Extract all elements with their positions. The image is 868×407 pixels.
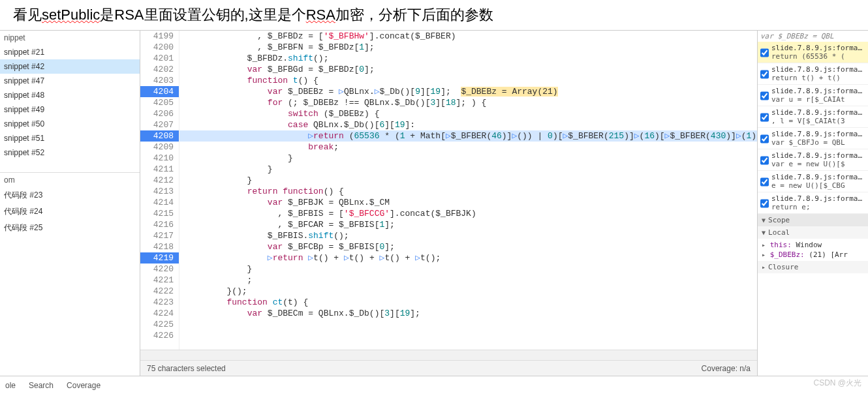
breakpoint-checkbox[interactable] xyxy=(760,196,769,211)
breakpoint-item[interactable]: slide.7.8.9.js:formattevar $_CBFJo = QBL xyxy=(758,128,868,149)
breakpoint-checkbox[interactable] xyxy=(760,174,769,190)
snippet-item[interactable]: 代码段 #25 xyxy=(0,220,140,236)
snippets-panel: nippet snippet #21snippet #42snippet #47… xyxy=(0,31,140,376)
breakpoint-item[interactable]: slide.7.8.9.js:formattereturn e; xyxy=(758,192,868,214)
closure-section[interactable]: ▸Closure xyxy=(758,261,868,273)
annotation-text: 看见setPublic是RSA里面设置公钥的,这里是个RSA加密，分析下后面的参… xyxy=(0,0,868,30)
line-gutter[interactable]: 4199420042014202420342044205420642074208… xyxy=(140,31,179,350)
scope-this[interactable]: ▸ this: Window xyxy=(760,240,865,250)
breakpoint-item[interactable]: slide.7.8.9.js:formattereturn t() + t() xyxy=(758,63,868,85)
chevron-down-icon: ▼ xyxy=(762,229,766,236)
snippet-item[interactable]: 代码段 #23 xyxy=(0,187,140,204)
selection-info: 75 characters selected xyxy=(147,364,226,373)
code-editor[interactable]: , $_BFBDz = ['$_BFBHw'].concat($_BFBER) … xyxy=(179,31,757,350)
breakpoint-item[interactable]: slide.7.8.9.js:formattee = new U()[$_CBG xyxy=(758,171,868,192)
breakpoint-checkbox[interactable] xyxy=(760,88,769,104)
breakpoint-item[interactable]: slide.7.8.9.js:formattereturn (65536 * ( xyxy=(758,42,868,63)
breakpoint-checkbox[interactable] xyxy=(760,153,769,168)
coverage-info: Coverage: n/a xyxy=(702,364,751,373)
horizontal-scrollbar[interactable] xyxy=(140,350,757,360)
tab-console[interactable]: ole xyxy=(5,381,16,390)
watermark: CSDN @火光 xyxy=(813,378,861,389)
breakpoint-checkbox[interactable] xyxy=(760,131,769,147)
breakpoint-item[interactable]: slide.7.8.9.js:formatte, l = V[$_CAIAt(3 xyxy=(758,106,868,128)
breakpoint-item[interactable]: slide.7.8.9.js:formattevar e = new U()[$ xyxy=(758,149,868,171)
tab-coverage[interactable]: Coverage xyxy=(67,381,101,390)
snippet-item[interactable]: snippet #42 xyxy=(0,59,140,74)
snippet-item[interactable]: snippet #47 xyxy=(0,74,140,88)
local-section[interactable]: ▼Local xyxy=(758,226,868,239)
snippet-item[interactable]: snippet #21 xyxy=(0,45,140,59)
scope-var[interactable]: ▸ $_DBEBz: (21) [Arr xyxy=(760,250,865,260)
bottom-tabs: ole Search Coverage xyxy=(0,376,868,394)
chevron-down-icon: ▼ xyxy=(762,217,766,224)
scope-section[interactable]: ▼Scope xyxy=(758,214,868,226)
debug-expr: var $_DBEBz = QBL xyxy=(758,31,868,42)
chevron-right-icon: ▸ xyxy=(762,264,766,271)
snippet-item[interactable]: 代码段 #24 xyxy=(0,204,140,220)
breakpoint-checkbox[interactable] xyxy=(760,67,769,82)
breakpoint-checkbox[interactable] xyxy=(760,110,769,125)
snippet-item[interactable]: snippet #52 xyxy=(0,145,140,160)
snippet-item[interactable]: snippet #51 xyxy=(0,131,140,145)
group-label: om xyxy=(0,173,140,187)
status-bar: 75 characters selected Coverage: n/a xyxy=(140,360,757,376)
debugger-panel: var $_DBEBz = QBL slide.7.8.9.js:formatt… xyxy=(757,31,868,376)
panel-header: nippet xyxy=(0,31,140,45)
snippet-item[interactable]: snippet #49 xyxy=(0,102,140,117)
tab-search[interactable]: Search xyxy=(29,381,54,390)
breakpoint-item[interactable]: slide.7.8.9.js:formattevar u = r[$_CAIAt xyxy=(758,85,868,106)
snippet-item[interactable]: snippet #50 xyxy=(0,117,140,131)
breakpoint-checkbox[interactable] xyxy=(760,45,769,61)
snippet-item[interactable]: snippet #48 xyxy=(0,88,140,102)
